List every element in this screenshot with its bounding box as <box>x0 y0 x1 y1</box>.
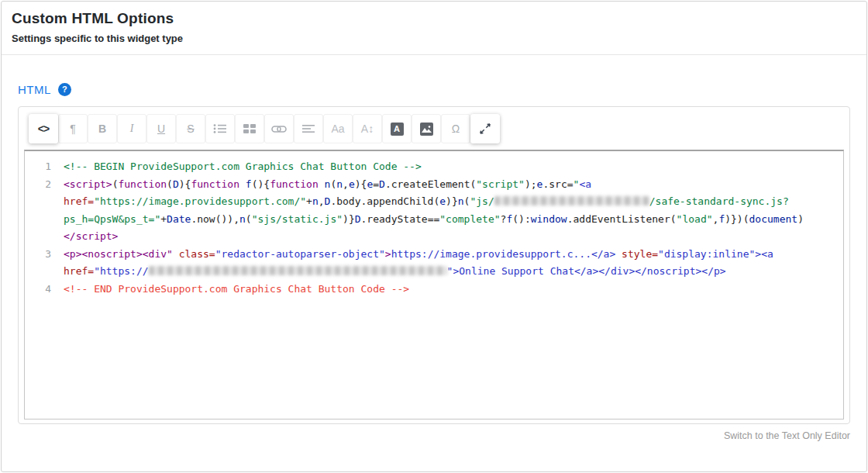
code-token: D <box>355 213 361 225</box>
code-token: "js/ <box>470 195 494 207</box>
editor-toolbar: <>¶BIUSAaA↕AΩ <box>24 112 844 150</box>
paragraph-format-button[interactable]: ¶ <box>58 114 88 143</box>
code-token: > <box>385 248 391 260</box>
code-line: 2<script>(function(D){function f(){funct… <box>25 176 834 246</box>
fullscreen-icon <box>479 123 491 135</box>
source-code-button[interactable]: <> <box>29 114 58 143</box>
unordered-list-icon <box>213 123 227 134</box>
html-field-label: HTML <box>18 83 51 96</box>
italic-icon: I <box>130 123 134 134</box>
text-color-icon: A <box>391 123 404 136</box>
code-line: 4<!-- END ProvideSupport.com Graphics Ch… <box>25 281 834 299</box>
code-token: ( <box>167 178 173 190</box>
code-token: D <box>173 178 179 190</box>
special-characters-button[interactable]: Ω <box>441 114 470 143</box>
code-token: "https://image.providesupport.com/" <box>94 195 306 207</box>
code-token: "script" <box>476 178 525 190</box>
bold-button[interactable]: B <box>88 114 117 143</box>
code-token: "https:// <box>94 265 148 277</box>
font-size-button[interactable]: A↕ <box>353 114 382 143</box>
html-field-label-row: HTML ? <box>18 83 850 96</box>
code-token: .createElement( <box>385 178 476 190</box>
line-number: 1 <box>25 158 64 176</box>
image-button[interactable] <box>412 114 441 143</box>
code-token <box>173 248 179 260</box>
code-token: .body.appendChild( <box>330 195 439 207</box>
code-area[interactable]: 1<!-- BEGIN ProvideSupport.com Graphics … <box>24 150 844 419</box>
code-line-content: <!-- BEGIN ProvideSupport.com Graphics C… <box>64 158 834 176</box>
redacted-text <box>149 266 447 275</box>
code-token <box>319 178 325 190</box>
code-token: ){ <box>179 178 191 190</box>
code-token: "complete" <box>439 213 500 225</box>
html-editor: <>¶BIUSAaA↕AΩ 1<!-- BEGIN ProvideSupport… <box>18 106 850 424</box>
code-token: <!-- BEGIN ProvideSupport.com Graphics C… <box>64 161 422 172</box>
code-token: </a> <box>591 248 615 260</box>
code-token: ">Online Support Chat</a></div></noscrip… <box>447 265 726 277</box>
code-token: </script> <box>64 230 118 242</box>
code-token: D <box>379 178 385 190</box>
custom-html-options-page: Custom HTML Options Settings specific to… <box>1 1 867 472</box>
alignment-button[interactable] <box>294 114 323 143</box>
code-token: , <box>319 195 325 207</box>
code-token: "redactor-autoparser-object" <box>215 248 385 260</box>
code-line-content: <p><noscript><div" class="redactor-autop… <box>64 246 834 281</box>
code-token: .src= <box>542 178 573 190</box>
code-token: .now()), <box>191 213 239 225</box>
code-token: (): <box>512 213 530 225</box>
code-token: href= <box>64 265 94 277</box>
code-token: n <box>336 178 343 190</box>
code-token: href= <box>64 195 94 207</box>
editor-footer: Switch to the Text Only Editor <box>18 430 850 441</box>
code-token: .readyState== <box>361 213 440 225</box>
switch-text-only-editor-link[interactable]: Switch to the Text Only Editor <box>724 430 850 441</box>
code-token: https://image.providesupport.c... <box>391 248 591 260</box>
italic-button[interactable]: I <box>117 114 146 143</box>
underline-button[interactable]: U <box>146 114 176 143</box>
code-token: ) <box>797 213 804 225</box>
strikethrough-button[interactable]: S <box>176 114 205 143</box>
code-token: document <box>749 213 798 225</box>
code-line: 3<p><noscript><div" class="redactor-auto… <box>25 246 834 281</box>
code-token: <!-- END ProvideSupport.com Graphics Cha… <box>64 283 409 295</box>
code-token: "sjs/static.js" <box>252 213 343 225</box>
font-family-icon: Aa <box>331 123 344 134</box>
code-token: n <box>312 195 319 207</box>
table-button[interactable] <box>235 114 264 143</box>
code-line-content: <!-- END ProvideSupport.com Graphics Cha… <box>64 281 834 299</box>
table-icon <box>243 123 256 134</box>
fullscreen-button[interactable] <box>470 114 500 143</box>
source-code-icon: <> <box>38 123 49 134</box>
code-token: e <box>439 195 446 207</box>
text-color-glyph: A <box>394 125 400 133</box>
image-icon <box>420 123 433 136</box>
code-token: = <box>373 178 379 190</box>
code-token: function <box>191 178 239 190</box>
font-size-icon: A↕ <box>361 123 374 134</box>
special-characters-icon: Ω <box>452 123 460 134</box>
paragraph-format-icon: ¶ <box>70 123 76 134</box>
code-token: <a <box>761 248 773 260</box>
code-line: 1<!-- BEGIN ProvideSupport.com Graphics … <box>25 158 834 176</box>
text-color-button[interactable]: A <box>382 114 412 143</box>
code-token: <script> <box>64 178 112 190</box>
code-token: + <box>160 213 167 225</box>
font-family-button[interactable]: Aa <box>323 114 353 143</box>
code-token: function <box>270 178 319 190</box>
code-token: style= <box>622 248 658 260</box>
code-token: n <box>239 213 246 225</box>
code-token: ){ <box>355 178 367 190</box>
code-token: window <box>531 213 567 225</box>
underline-icon: U <box>157 123 165 134</box>
code-line-content: <script>(function(D){function f(){functi… <box>64 176 834 246</box>
help-icon[interactable]: ? <box>58 83 71 96</box>
code-token: + <box>306 195 312 207</box>
page-title: Custom HTML Options <box>12 10 856 27</box>
code-token: ); <box>525 178 537 190</box>
line-number: 3 <box>25 246 64 264</box>
widget-settings-panel: HTML ? <>¶BIUSAaA↕AΩ 1<!-- BEGIN Provide… <box>2 83 866 441</box>
unordered-list-button[interactable] <box>205 114 235 143</box>
redacted-text <box>494 196 649 205</box>
code-token: class= <box>179 248 215 260</box>
link-button[interactable] <box>264 114 294 143</box>
